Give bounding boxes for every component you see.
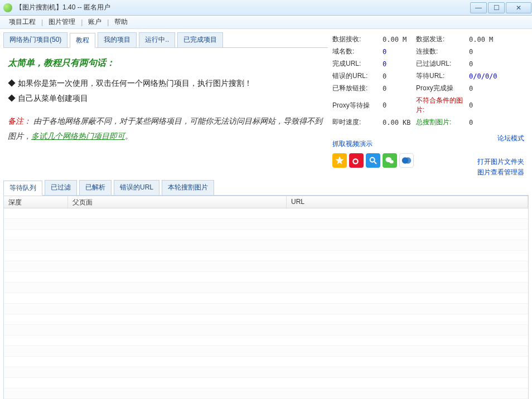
window-title: 【图片搜割机】1.40 -- 匿名用户	[16, 3, 470, 12]
close-button[interactable]: ✕	[506, 2, 531, 13]
table-row	[4, 346, 528, 357]
table-body	[4, 208, 528, 399]
stat-data-send-value: 0.00 M	[469, 36, 502, 43]
stat-released-links-value: 0	[383, 85, 416, 93]
tutorial-title: 太简单，教程只有两句话：	[8, 55, 323, 71]
table-row	[4, 251, 528, 261]
tutorial-line2: ◆ 自己从菜单创建项目	[8, 91, 323, 106]
stat-released-links-label: 已释放链接:	[332, 84, 383, 93]
table-row	[4, 314, 528, 325]
tab-filtered[interactable]: 已过滤	[45, 180, 77, 195]
table-row	[4, 240, 528, 251]
menu-help[interactable]: 帮助	[110, 17, 132, 27]
stat-not-match-value: 0	[469, 101, 502, 109]
table-row	[4, 325, 528, 335]
tab-parsed[interactable]: 已解析	[79, 180, 112, 195]
search-share-icon[interactable]	[366, 153, 380, 168]
window-controls: — ☐ ✕	[470, 2, 532, 13]
menu-project[interactable]: 项目工程	[4, 17, 40, 27]
table-header: 深度 父页面 URL	[4, 196, 528, 208]
renren-icon[interactable]	[399, 153, 414, 168]
wechat-icon[interactable]	[383, 153, 397, 168]
stats-panel: 数据接收: 0.00 M 数据发送: 0.00 M 域名数: 0 连接数: 0 …	[328, 32, 529, 178]
table-row	[4, 283, 528, 293]
main-tabstrip: 网络热门项目(50) 教程 我的项目 运行中.. 已完成项目	[3, 32, 328, 48]
stat-data-send-label: 数据发送:	[416, 35, 469, 44]
app-icon	[3, 3, 12, 12]
table-row	[4, 378, 528, 388]
table-row	[4, 388, 528, 399]
table-row	[4, 293, 528, 304]
table-row	[4, 335, 528, 346]
qzone-icon[interactable]	[332, 153, 347, 168]
lower-tabstrip: 等待队列 已过滤 已解析 错误的URL 本轮搜割图片	[3, 180, 529, 196]
table-row	[4, 272, 528, 283]
note-label: 备注：	[8, 117, 31, 125]
maximize-button[interactable]: ☐	[488, 2, 505, 13]
svg-line-4	[374, 162, 376, 164]
col-url[interactable]: URL	[287, 196, 528, 208]
stat-data-recv-value: 0.00 M	[383, 36, 416, 43]
table-row	[4, 219, 528, 230]
stat-total-img-value: 0	[469, 119, 502, 126]
stat-data-recv-label: 数据接收:	[332, 35, 383, 44]
menu-account[interactable]: 账户	[84, 17, 106, 27]
svg-point-8	[405, 157, 412, 164]
tab-error-url[interactable]: 错误的URL	[114, 180, 159, 195]
stat-wait-url-label: 等待URL:	[416, 71, 469, 81]
tab-round-images[interactable]: 本轮搜割图片	[162, 180, 214, 195]
svg-point-3	[370, 158, 375, 162]
minimize-button[interactable]: —	[470, 2, 487, 13]
stat-done-url-value: 0	[383, 60, 416, 68]
stat-domains-label: 域名数:	[332, 47, 383, 56]
col-parent[interactable]: 父页面	[68, 196, 287, 208]
stat-domains-value: 0	[383, 48, 416, 56]
stat-error-url-value: 0	[383, 72, 416, 80]
stat-error-url-label: 错误的URL:	[332, 71, 383, 81]
tab-completed[interactable]: 已完成项目	[177, 32, 223, 47]
stat-proxy-done-label: Proxy完成操	[416, 84, 469, 93]
menu-separator: |	[106, 18, 110, 26]
open-folder-link[interactable]: 打开图片文件夹	[477, 157, 524, 167]
weibo-icon[interactable]	[349, 153, 364, 168]
note-link[interactable]: 多试几个网络热门项目即可	[31, 132, 125, 140]
note-period: 。	[125, 132, 133, 140]
stat-filtered-url-value: 0	[469, 60, 502, 68]
svg-point-2	[354, 160, 357, 163]
forum-mode-link[interactable]: 论坛模式	[497, 134, 524, 149]
tab-tutorial[interactable]: 教程	[70, 33, 95, 48]
video-demo-link[interactable]: 抓取视频演示	[332, 139, 373, 149]
table-row	[4, 304, 528, 314]
stat-done-url-label: 完成URL:	[332, 59, 383, 69]
stat-connections-value: 0	[469, 48, 502, 56]
tab-wait-queue[interactable]: 等待队列	[3, 181, 42, 196]
tab-my-projects[interactable]: 我的项目	[98, 32, 137, 47]
table-row	[4, 367, 528, 378]
stat-not-match-label: 不符合条件的图片:	[416, 96, 469, 115]
menu-images[interactable]: 图片管理	[44, 17, 80, 27]
col-depth[interactable]: 深度	[4, 196, 68, 208]
stat-total-img-label: 总搜割图片:	[416, 118, 469, 127]
tab-running[interactable]: 运行中..	[139, 32, 175, 47]
stat-filtered-url-label: 已过滤URL:	[416, 59, 469, 69]
tutorial-panel: 太简单，教程只有两句话： ◆ 如果你是第一次使用，双击任何一个网络热门项目，执行…	[3, 48, 328, 151]
stat-proxy-wait-label: Proxy等待操	[332, 101, 383, 110]
titlebar: 【图片搜割机】1.40 -- 匿名用户 — ☐ ✕	[0, 0, 532, 16]
tab-hot-projects[interactable]: 网络热门项目(50)	[3, 32, 67, 47]
menubar: 项目工程 | 图片管理 | 账户 | 帮助	[0, 16, 532, 29]
tutorial-line1: ◆ 如果你是第一次使用，双击任何一个网络热门项目，执行图片搜割！	[8, 76, 323, 91]
stat-proxy-wait-value: 0	[383, 101, 416, 109]
stat-wait-url-value: 0/0/0/0	[469, 72, 502, 80]
stat-connections-label: 连接数:	[416, 47, 469, 56]
svg-point-6	[389, 160, 394, 163]
stat-speed-label: 即时速度:	[332, 118, 383, 127]
table-row	[4, 261, 528, 272]
table-row	[4, 357, 528, 367]
svg-marker-0	[336, 157, 344, 164]
social-icons	[332, 153, 414, 168]
menu-separator: |	[40, 18, 44, 26]
image-viewer-link[interactable]: 图片查看管理器	[477, 167, 524, 178]
menu-separator: |	[80, 18, 84, 26]
table-row	[4, 230, 528, 240]
table-row	[4, 208, 528, 219]
